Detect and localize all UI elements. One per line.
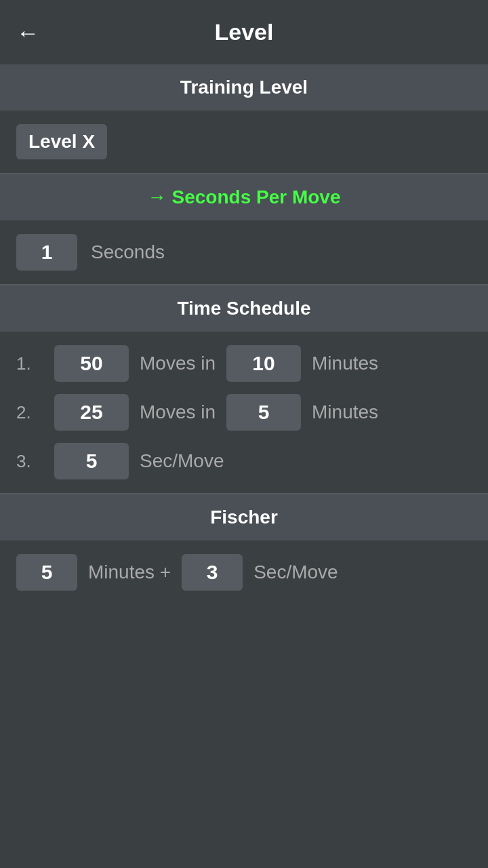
seconds-per-move-header[interactable]: →Seconds Per Move bbox=[0, 174, 488, 220]
fischer-sec-value[interactable]: 3 bbox=[182, 554, 243, 591]
arrow-icon: → bbox=[148, 186, 167, 208]
page-title: Level bbox=[215, 19, 274, 45]
schedule-row-2-time-label: Minutes bbox=[312, 401, 378, 423]
schedule-row-1-num: 1. bbox=[16, 353, 43, 374]
time-schedule-label: Time Schedule bbox=[177, 298, 310, 319]
schedule-row-3-moves-label: Sec/Move bbox=[140, 450, 224, 472]
schedule-row-2: 2. 25 Moves in 5 Minutes bbox=[16, 394, 472, 431]
spm-value[interactable]: 1 bbox=[16, 234, 77, 271]
training-level-label: Training Level bbox=[180, 77, 308, 98]
time-schedule-content: 1. 50 Moves in 10 Minutes 2. 25 Moves in… bbox=[0, 332, 488, 493]
schedule-row-1-time-value[interactable]: 10 bbox=[226, 345, 301, 382]
spm-unit-label: Seconds bbox=[91, 241, 165, 263]
schedule-row-3: 3. 5 Sec/Move bbox=[16, 443, 472, 479]
fischer-content: 5 Minutes + 3 Sec/Move bbox=[0, 540, 488, 604]
back-button[interactable]: ← bbox=[16, 21, 39, 44]
schedule-row-2-time-value[interactable]: 5 bbox=[226, 394, 301, 431]
training-level-header: Training Level bbox=[0, 64, 488, 111]
time-schedule-header: Time Schedule bbox=[0, 285, 488, 332]
fischer-minutes-label: Minutes + bbox=[88, 561, 171, 583]
spm-row: 1 Seconds bbox=[0, 220, 488, 284]
fischer-minutes-value[interactable]: 5 bbox=[16, 554, 77, 591]
schedule-row-2-moves-label: Moves in bbox=[140, 401, 216, 423]
level-selector-row: Level X bbox=[0, 111, 488, 173]
fischer-label: Fischer bbox=[210, 507, 278, 528]
fischer-sec-label: Sec/Move bbox=[253, 561, 338, 583]
schedule-row-1-moves-value[interactable]: 50 bbox=[54, 345, 129, 382]
header: ← Level bbox=[0, 0, 488, 64]
fischer-header: Fischer bbox=[0, 494, 488, 540]
schedule-row-1-time-label: Minutes bbox=[312, 353, 378, 374]
schedule-row-1: 1. 50 Moves in 10 Minutes bbox=[16, 345, 472, 382]
schedule-row-2-moves-value[interactable]: 25 bbox=[54, 394, 129, 431]
schedule-row-1-moves-label: Moves in bbox=[140, 353, 216, 374]
schedule-row-3-moves-value[interactable]: 5 bbox=[54, 443, 129, 479]
level-value[interactable]: Level X bbox=[16, 124, 107, 159]
schedule-row-3-num: 3. bbox=[16, 451, 43, 472]
schedule-row-2-num: 2. bbox=[16, 402, 43, 423]
spm-label: →Seconds Per Move bbox=[148, 186, 341, 208]
